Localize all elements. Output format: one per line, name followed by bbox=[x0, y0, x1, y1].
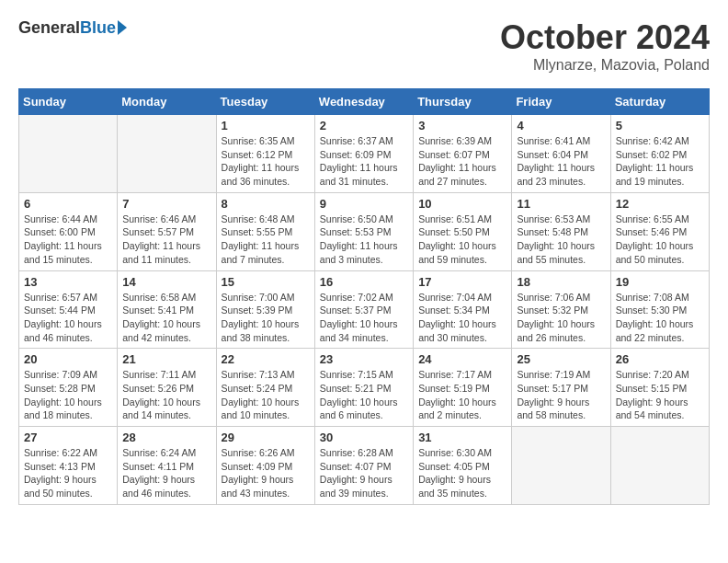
day-number: 9 bbox=[320, 197, 408, 211]
day-header-tuesday: Tuesday bbox=[216, 89, 314, 115]
month-title: October 2024 bbox=[500, 18, 710, 57]
day-info: Sunrise: 7:17 AMSunset: 5:19 PMDaylight:… bbox=[418, 368, 506, 422]
calendar-cell: 14Sunrise: 6:58 AMSunset: 5:41 PMDayligh… bbox=[118, 270, 216, 349]
day-info: Sunrise: 6:48 AMSunset: 5:55 PMDaylight:… bbox=[222, 213, 310, 267]
day-info: Sunrise: 7:06 AMSunset: 5:32 PMDaylight:… bbox=[517, 291, 605, 345]
day-number: 19 bbox=[616, 275, 704, 289]
calendar-cell: 3Sunrise: 6:39 AMSunset: 6:07 PMDaylight… bbox=[414, 115, 512, 193]
day-info: Sunrise: 6:24 AMSunset: 4:11 PMDaylight:… bbox=[122, 446, 210, 500]
calendar-week-row: 13Sunrise: 6:57 AMSunset: 5:44 PMDayligh… bbox=[19, 270, 710, 349]
day-info: Sunrise: 6:55 AMSunset: 5:46 PMDaylight:… bbox=[616, 213, 704, 267]
day-info: Sunrise: 6:28 AMSunset: 4:07 PMDaylight:… bbox=[320, 446, 408, 500]
day-number: 27 bbox=[24, 431, 112, 444]
calendar-cell: 23Sunrise: 7:15 AMSunset: 5:21 PMDayligh… bbox=[314, 349, 413, 427]
day-info: Sunrise: 7:19 AMSunset: 5:17 PMDaylight:… bbox=[517, 368, 605, 422]
day-number: 11 bbox=[517, 197, 605, 211]
day-number: 3 bbox=[418, 119, 506, 132]
calendar-cell: 22Sunrise: 7:13 AMSunset: 5:24 PMDayligh… bbox=[216, 349, 314, 427]
day-number: 15 bbox=[222, 275, 310, 289]
calendar-cell: 16Sunrise: 7:02 AMSunset: 5:37 PMDayligh… bbox=[314, 270, 413, 349]
calendar-week-row: 20Sunrise: 7:09 AMSunset: 5:28 PMDayligh… bbox=[19, 349, 710, 427]
day-info: Sunrise: 6:46 AMSunset: 5:57 PMDaylight:… bbox=[122, 213, 210, 267]
calendar-cell: 18Sunrise: 7:06 AMSunset: 5:32 PMDayligh… bbox=[512, 270, 610, 349]
day-number: 7 bbox=[122, 197, 210, 211]
calendar-cell: 19Sunrise: 7:08 AMSunset: 5:30 PMDayligh… bbox=[610, 270, 709, 349]
day-number: 22 bbox=[222, 352, 310, 366]
calendar-cell: 13Sunrise: 6:57 AMSunset: 5:44 PMDayligh… bbox=[19, 270, 118, 349]
calendar-week-row: 6Sunrise: 6:44 AMSunset: 6:00 PMDaylight… bbox=[19, 192, 710, 270]
day-info: Sunrise: 7:08 AMSunset: 5:30 PMDaylight:… bbox=[616, 291, 704, 345]
calendar-cell: 9Sunrise: 6:50 AMSunset: 5:53 PMDaylight… bbox=[314, 192, 413, 270]
title-block: October 2024 Mlynarze, Mazovia, Poland bbox=[500, 18, 710, 74]
calendar-cell: 5Sunrise: 6:42 AMSunset: 6:02 PMDaylight… bbox=[610, 115, 709, 193]
day-number: 29 bbox=[222, 431, 310, 444]
day-info: Sunrise: 6:22 AMSunset: 4:13 PMDaylight:… bbox=[24, 446, 112, 500]
logo-blue-text: Blue bbox=[80, 18, 116, 38]
calendar-cell bbox=[512, 427, 610, 505]
location-text: Mlynarze, Mazovia, Poland bbox=[500, 57, 710, 74]
day-info: Sunrise: 7:11 AMSunset: 5:26 PMDaylight:… bbox=[122, 368, 210, 422]
day-number: 2 bbox=[320, 119, 408, 132]
day-number: 6 bbox=[24, 197, 112, 211]
day-info: Sunrise: 7:09 AMSunset: 5:28 PMDaylight:… bbox=[24, 368, 112, 422]
day-info: Sunrise: 6:35 AMSunset: 6:12 PMDaylight:… bbox=[222, 134, 310, 189]
page-header: General Blue October 2024 Mlynarze, Mazo… bbox=[18, 18, 710, 74]
calendar-table: SundayMondayTuesdayWednesdayThursdayFrid… bbox=[18, 88, 710, 505]
day-number: 20 bbox=[24, 352, 112, 366]
day-number: 18 bbox=[517, 275, 605, 289]
calendar-cell: 4Sunrise: 6:41 AMSunset: 6:04 PMDaylight… bbox=[512, 115, 610, 193]
calendar-cell: 24Sunrise: 7:17 AMSunset: 5:19 PMDayligh… bbox=[414, 349, 512, 427]
day-number: 24 bbox=[418, 352, 506, 366]
calendar-cell: 26Sunrise: 7:20 AMSunset: 5:15 PMDayligh… bbox=[610, 349, 709, 427]
calendar-cell: 20Sunrise: 7:09 AMSunset: 5:28 PMDayligh… bbox=[19, 349, 118, 427]
day-info: Sunrise: 6:26 AMSunset: 4:09 PMDaylight:… bbox=[222, 446, 310, 500]
calendar-cell bbox=[118, 115, 216, 193]
day-number: 23 bbox=[320, 352, 408, 366]
day-number: 17 bbox=[418, 275, 506, 289]
day-number: 10 bbox=[418, 197, 506, 211]
day-header-monday: Monday bbox=[118, 89, 216, 115]
day-info: Sunrise: 6:42 AMSunset: 6:02 PMDaylight:… bbox=[616, 134, 704, 189]
day-info: Sunrise: 7:04 AMSunset: 5:34 PMDaylight:… bbox=[418, 291, 506, 345]
day-number: 12 bbox=[616, 197, 704, 211]
calendar-week-row: 27Sunrise: 6:22 AMSunset: 4:13 PMDayligh… bbox=[19, 427, 710, 505]
day-info: Sunrise: 6:51 AMSunset: 5:50 PMDaylight:… bbox=[418, 213, 506, 267]
calendar-cell: 21Sunrise: 7:11 AMSunset: 5:26 PMDayligh… bbox=[118, 349, 216, 427]
day-number: 4 bbox=[517, 119, 605, 132]
calendar-cell bbox=[19, 115, 118, 193]
day-number: 1 bbox=[222, 119, 310, 132]
day-number: 13 bbox=[24, 275, 112, 289]
logo: General Blue bbox=[18, 18, 127, 38]
calendar-cell: 12Sunrise: 6:55 AMSunset: 5:46 PMDayligh… bbox=[610, 192, 709, 270]
logo-arrow-icon bbox=[118, 20, 127, 35]
day-info: Sunrise: 6:30 AMSunset: 4:05 PMDaylight:… bbox=[418, 446, 506, 500]
day-info: Sunrise: 6:57 AMSunset: 5:44 PMDaylight:… bbox=[24, 291, 112, 345]
calendar-cell: 1Sunrise: 6:35 AMSunset: 6:12 PMDaylight… bbox=[216, 115, 314, 193]
calendar-cell: 8Sunrise: 6:48 AMSunset: 5:55 PMDaylight… bbox=[216, 192, 314, 270]
calendar-header-row: SundayMondayTuesdayWednesdayThursdayFrid… bbox=[19, 89, 710, 115]
day-info: Sunrise: 7:13 AMSunset: 5:24 PMDaylight:… bbox=[222, 368, 310, 422]
day-header-thursday: Thursday bbox=[414, 89, 512, 115]
calendar-cell: 29Sunrise: 6:26 AMSunset: 4:09 PMDayligh… bbox=[216, 427, 314, 505]
day-number: 5 bbox=[616, 119, 704, 132]
calendar-cell: 31Sunrise: 6:30 AMSunset: 4:05 PMDayligh… bbox=[414, 427, 512, 505]
day-number: 8 bbox=[222, 197, 310, 211]
calendar-week-row: 1Sunrise: 6:35 AMSunset: 6:12 PMDaylight… bbox=[19, 115, 710, 193]
day-header-saturday: Saturday bbox=[610, 89, 709, 115]
calendar-cell: 6Sunrise: 6:44 AMSunset: 6:00 PMDaylight… bbox=[19, 192, 118, 270]
day-info: Sunrise: 6:53 AMSunset: 5:48 PMDaylight:… bbox=[517, 213, 605, 267]
day-header-sunday: Sunday bbox=[19, 89, 118, 115]
calendar-cell: 25Sunrise: 7:19 AMSunset: 5:17 PMDayligh… bbox=[512, 349, 610, 427]
day-info: Sunrise: 7:00 AMSunset: 5:39 PMDaylight:… bbox=[222, 291, 310, 345]
calendar-cell bbox=[610, 427, 709, 505]
day-info: Sunrise: 7:20 AMSunset: 5:15 PMDaylight:… bbox=[616, 368, 704, 422]
day-number: 28 bbox=[122, 431, 210, 444]
day-number: 31 bbox=[418, 431, 506, 444]
calendar-cell: 17Sunrise: 7:04 AMSunset: 5:34 PMDayligh… bbox=[414, 270, 512, 349]
day-info: Sunrise: 6:58 AMSunset: 5:41 PMDaylight:… bbox=[122, 291, 210, 345]
day-number: 30 bbox=[320, 431, 408, 444]
day-info: Sunrise: 6:39 AMSunset: 6:07 PMDaylight:… bbox=[418, 134, 506, 189]
day-info: Sunrise: 6:37 AMSunset: 6:09 PMDaylight:… bbox=[320, 134, 408, 189]
day-number: 25 bbox=[517, 352, 605, 366]
calendar-cell: 27Sunrise: 6:22 AMSunset: 4:13 PMDayligh… bbox=[19, 427, 118, 505]
